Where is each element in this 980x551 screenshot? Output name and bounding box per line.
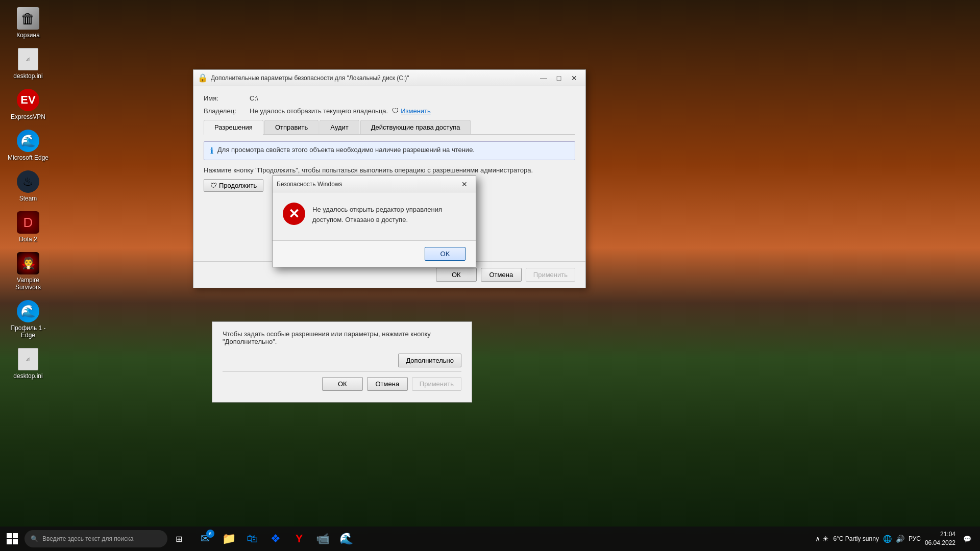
tab-share[interactable]: Отправить — [264, 120, 318, 134]
advanced-button-bg[interactable]: Дополнительно — [398, 354, 461, 367]
taskbar-clock[interactable]: 21:04 06.04.2022 — [925, 530, 955, 547]
profile-edge-label: Профиль 1 - Edge — [7, 324, 49, 339]
clock-date: 06.04.2022 — [925, 539, 955, 547]
ok-button-security[interactable]: OK — [425, 247, 465, 261]
windows-logo — [5, 531, 20, 546]
vampire-label: Vampire Survivors — [7, 277, 49, 291]
desktop-ini-2-label: desktop.ini — [13, 372, 42, 380]
zoom-icon: 📹 — [316, 532, 330, 545]
desktop: 🗑 Корзина ini desktop.ini EV ExpressVPN … — [0, 0, 980, 551]
icon-profile-edge[interactable]: 🌊 Профиль 1 - Edge — [5, 298, 51, 341]
taskbar-mail[interactable]: ✉ 6 — [194, 528, 216, 550]
weather-text: 6°C Partly sunny — [833, 535, 879, 542]
taskbar-folder[interactable]: 📁 — [217, 528, 240, 550]
search-icon: 🔍 — [31, 535, 38, 542]
taskbar-right: ∧ ☀ 6°C Partly sunny 🌐 🔊 РУС 21:04 06.04… — [815, 528, 980, 550]
dialog-tabs: Разрешения Отправить Аудит Действующие п… — [204, 120, 575, 135]
shield-icon-owner: 🛡 — [392, 107, 399, 115]
tab-effective-access[interactable]: Действующие права доступа — [360, 120, 471, 134]
maximize-button[interactable]: □ — [552, 72, 566, 84]
owner-value: Не удалось отобразить текущего владельца… — [250, 107, 388, 115]
info-icon: ℹ — [210, 146, 213, 156]
taskbar-edge[interactable]: 🌊 — [335, 528, 357, 550]
expand-tray-icon[interactable]: ∧ — [815, 535, 820, 543]
icon-desktop-ini-1[interactable]: ini desktop.ini — [5, 46, 51, 82]
task-view-button[interactable]: ⊞ — [167, 528, 190, 550]
cancel-button-bg[interactable]: Отмена — [367, 377, 408, 391]
security-dialog-title: Безопасность Windows — [277, 181, 454, 188]
name-label: Имя: — [204, 94, 250, 102]
store-icon: 🛍 — [247, 532, 258, 545]
search-placeholder: Введите здесь текст для поиска — [42, 535, 133, 542]
expressvpn-image: EV — [17, 89, 39, 111]
dota2-label: Dota 2 — [19, 236, 37, 243]
vampire-image: 🧛 — [17, 252, 39, 274]
taskbar-store[interactable]: 🛍 — [241, 528, 263, 550]
icon-vampire-survivors[interactable]: 🧛 Vampire Survivors — [5, 250, 51, 293]
dropbox-icon: ❖ — [271, 532, 281, 545]
recycle-bin-label: Корзина — [16, 32, 40, 39]
security-error-msg: Не удалось открыть редактор управления д… — [312, 203, 465, 224]
speaker-icon: 🔊 — [896, 535, 904, 543]
steam-label: Steam — [19, 195, 37, 202]
close-button[interactable]: ✕ — [567, 72, 581, 84]
continue-note: Нажмите кнопку "Продолжить", чтобы попыт… — [204, 166, 575, 174]
desktop-icons-area: 🗑 Корзина ini desktop.ini EV ExpressVPN … — [0, 0, 61, 398]
titlebar-shield-icon: 🔒 — [198, 73, 208, 83]
info-text: Для просмотра свойств этого объекта необ… — [217, 146, 475, 154]
taskbar-apps: ✉ 6 📁 🛍 ❖ Y 📹 🌊 — [194, 528, 357, 550]
special-perms-text: Чтобы задать особые разрешения или парам… — [223, 330, 461, 345]
error-icon: ✕ — [283, 203, 305, 225]
advanced-dialog-titlebar: 🔒 Дополнительные параметры безопасности … — [193, 70, 585, 86]
taskbar-dropbox[interactable]: ❖ — [264, 528, 287, 550]
edge-image: 🌊 — [17, 130, 39, 152]
yandex-icon: Y — [296, 532, 303, 545]
security-footer: OK — [273, 240, 476, 267]
icon-expressvpn[interactable]: EV ExpressVPN — [5, 87, 51, 122]
start-button[interactable] — [0, 527, 24, 551]
owner-row: Владелец: Не удалось отобразить текущего… — [204, 107, 575, 115]
icon-steam[interactable]: ♨ Steam — [5, 168, 51, 204]
icon-recycle-bin[interactable]: 🗑 Корзина — [5, 5, 51, 41]
desktop-ini-2-image: ini — [18, 348, 38, 370]
cancel-button-advanced[interactable]: Отмена — [481, 268, 522, 282]
language-indicator[interactable]: РУС — [909, 535, 921, 542]
security-titlebar-buttons: ✕ — [457, 178, 472, 190]
expressvpn-label: ExpressVPN — [11, 113, 45, 120]
taskbar: 🔍 Введите здесь текст для поиска ⊞ ✉ 6 📁… — [0, 527, 980, 551]
security-content: ✕ Не удалось открыть редактор управления… — [273, 192, 476, 230]
name-row: Имя: C:\ — [204, 94, 575, 102]
owner-label: Владелец: — [204, 107, 250, 115]
desktop-ini-1-label: desktop.ini — [13, 72, 42, 80]
advanced-dialog-title: Дополнительные параметры безопасности дл… — [211, 74, 533, 82]
continue-button[interactable]: 🛡 Продолжить — [204, 179, 263, 192]
shield-icon-continue: 🛡 — [210, 182, 217, 189]
edge-taskbar-icon: 🌊 — [339, 532, 353, 545]
dialog-permissions-bg: Чтобы задать особые разрешения или парам… — [212, 321, 472, 403]
tab-permissions[interactable]: Разрешения — [204, 120, 263, 135]
sys-tray: ∧ ☀ — [815, 535, 829, 543]
taskbar-yandex[interactable]: Y — [288, 528, 310, 550]
icon-microsoft-edge[interactable]: 🌊 Microsoft Edge — [5, 128, 51, 163]
security-close-button[interactable]: ✕ — [457, 178, 472, 190]
folder-icon: 📁 — [222, 532, 236, 545]
taskbar-search[interactable]: 🔍 Введите здесь текст для поиска — [24, 530, 167, 547]
info-banner: ℹ Для просмотра свойств этого объекта не… — [204, 141, 575, 160]
ok-button-advanced[interactable]: ОК — [436, 268, 477, 282]
tab-audit[interactable]: Аудит — [320, 120, 359, 134]
change-owner-link[interactable]: Изменить — [401, 107, 431, 115]
clock-time: 21:04 — [940, 530, 955, 539]
continue-btn-label: Продолжить — [219, 182, 257, 189]
ok-button-bg[interactable]: ОК — [322, 377, 363, 391]
weather-icon: ☀ — [822, 535, 829, 543]
minimize-button[interactable]: — — [536, 72, 551, 84]
notification-button[interactable]: 💬 — [960, 528, 975, 550]
dialog-windows-security: Безопасность Windows ✕ ✕ Не удалось откр… — [272, 176, 476, 267]
profile-edge-image: 🌊 — [17, 300, 39, 322]
icon-dota2[interactable]: D Dota 2 — [5, 209, 51, 245]
icon-desktop-ini-2[interactable]: ini desktop.ini — [5, 346, 51, 382]
taskbar-zoom[interactable]: 📹 — [311, 528, 334, 550]
edge-label: Microsoft Edge — [8, 154, 48, 161]
security-spacer — [273, 230, 476, 240]
security-dialog-titlebar: Безопасность Windows ✕ — [273, 176, 476, 192]
